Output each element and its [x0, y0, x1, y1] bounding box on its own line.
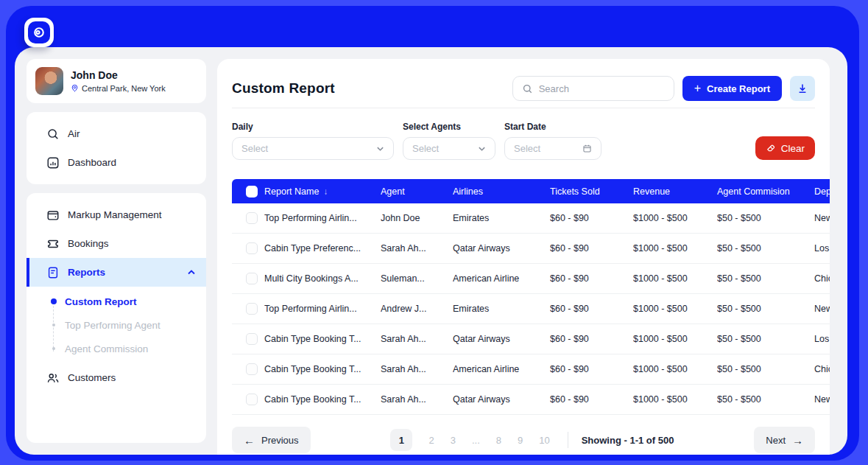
search-input[interactable] — [539, 83, 665, 94]
next-page-button[interactable]: Next → — [754, 427, 815, 453]
cell-revenue: $1000 - $500 — [633, 304, 717, 314]
cell-revenue: $1000 - $500 — [633, 334, 717, 344]
subitem-label: Custom Report — [65, 296, 137, 307]
row-checkbox[interactable] — [246, 242, 258, 254]
clear-filters-button[interactable]: Clear — [755, 136, 815, 160]
search-box[interactable] — [512, 76, 674, 101]
search-icon — [522, 83, 533, 94]
table-row[interactable]: Top Performing Airlin... John Doe Emirat… — [232, 203, 830, 234]
agents-select[interactable]: Select — [403, 137, 495, 160]
cell-commission: $50 - $500 — [717, 334, 814, 344]
sidebar-subitem-custom-report[interactable]: Custom Report — [27, 290, 206, 313]
table-row[interactable]: Cabin Type Preferenc... Sarah Ah... Qata… — [232, 234, 830, 264]
nav-card-primary: Air Dashboard — [27, 112, 206, 184]
sidebar-item-label: Reports — [68, 267, 105, 278]
cell-agent: Sarah Ah... — [381, 334, 453, 344]
app-logo[interactable] — [24, 18, 54, 47]
chevron-up-icon[interactable] — [187, 268, 196, 277]
sidebar-subitem-agent-commission[interactable]: Agent Commission — [27, 337, 206, 360]
showing-count: Showing - 1-1 of 500 — [582, 435, 674, 446]
sidebar-item-reports[interactable]: Reports — [27, 258, 206, 287]
table-row[interactable]: Cabin Type Booking T... Sarah Ah... Qata… — [232, 385, 830, 415]
cell-tickets: $60 - $90 — [550, 213, 633, 223]
chevron-down-icon — [376, 144, 384, 153]
page-number-8[interactable]: 8 — [496, 435, 501, 446]
row-checkbox[interactable] — [246, 273, 258, 284]
column-header-report-name: Report Name↓ — [264, 186, 381, 197]
cell-departure: New — [814, 394, 830, 405]
row-checkbox[interactable] — [246, 212, 258, 224]
table-row[interactable]: Top Performing Airlin... Andrew J... Emi… — [232, 294, 830, 324]
sidebar-item-dashboard[interactable]: Dashboard — [27, 148, 206, 177]
row-checkbox[interactable] — [246, 363, 258, 375]
header-divider — [232, 108, 815, 108]
sidebar-item-label: Bookings — [68, 238, 109, 249]
ticket-icon — [46, 237, 60, 251]
sidebar-subitem-top-performing-agent[interactable]: Top Performing Agent — [27, 313, 206, 337]
filter-label-daily: Daily — [232, 122, 394, 132]
select-all-checkbox[interactable] — [246, 186, 258, 197]
pagination: ← Previous 1 2 3 ... 8 9 10 Showing - 1-… — [232, 427, 815, 453]
user-location: Central Park, New York — [82, 84, 166, 93]
previous-page-button[interactable]: ← Previous — [232, 427, 311, 453]
cell-tickets: $60 - $90 — [550, 243, 633, 254]
filter-label-agents: Select Agents — [403, 122, 495, 132]
cell-report-name: Cabin Type Booking T... — [264, 364, 381, 374]
row-checkbox[interactable] — [246, 303, 258, 315]
calendar-icon — [582, 144, 592, 153]
page-number-10[interactable]: 10 — [539, 435, 549, 446]
report-table: Report Name↓ Agent Airlines Tickets Sold… — [232, 179, 830, 415]
column-header-revenue: Revenue — [633, 186, 717, 197]
sidebar-item-air[interactable]: Air — [27, 119, 206, 148]
sort-desc-icon[interactable]: ↓ — [323, 186, 328, 197]
create-report-label: Create Report — [707, 83, 770, 94]
sidebar-item-label: Customers — [68, 372, 116, 383]
column-header-airlines: Airlines — [453, 186, 550, 197]
row-checkbox[interactable] — [246, 333, 258, 345]
reports-subnav: Custom Report Top Performing Agent Agent… — [27, 287, 206, 363]
download-button[interactable] — [790, 76, 815, 101]
page-ellipsis: ... — [472, 435, 480, 446]
sidebar-item-bookings[interactable]: Bookings — [27, 229, 206, 258]
user-profile-card[interactable]: John Doe Central Park, New York — [27, 59, 206, 103]
page-number-2[interactable]: 2 — [428, 435, 434, 446]
cell-airlines: Emirates — [453, 304, 550, 314]
cell-tickets: $60 - $90 — [550, 394, 633, 405]
clear-label: Clear — [781, 143, 805, 154]
page-number-3[interactable]: 3 — [451, 435, 456, 446]
cell-revenue: $1000 - $500 — [633, 364, 717, 374]
page-number-1[interactable]: 1 — [390, 429, 412, 451]
search-icon — [46, 127, 60, 141]
report-document-icon — [46, 266, 60, 279]
brand-icon — [28, 21, 50, 43]
select-value: Select — [241, 143, 268, 154]
table-row[interactable]: Cabin Type Booking T... Sarah Ah... Amer… — [232, 354, 830, 385]
start-date-picker[interactable]: Select — [504, 137, 601, 160]
cell-agent: John Doe — [381, 213, 453, 223]
page-number-9[interactable]: 9 — [518, 435, 523, 446]
table-row[interactable]: Multi City Bookings A... Suleman... Amer… — [232, 264, 830, 294]
table-row[interactable]: Cabin Type Booking T... Sarah Ah... Qata… — [232, 324, 830, 354]
column-header-tickets-sold: Tickets Sold — [550, 186, 633, 197]
cell-tickets: $60 - $90 — [550, 304, 633, 314]
cell-agent: Sarah Ah... — [381, 364, 453, 374]
cell-departure: Chic — [814, 273, 830, 284]
users-icon — [46, 371, 60, 385]
avatar — [35, 67, 63, 95]
create-report-button[interactable]: + Create Report — [682, 76, 782, 101]
sidebar-item-markup-management[interactable]: Markup Management — [27, 200, 206, 229]
eraser-icon — [766, 143, 776, 153]
column-header-departure: Dep — [814, 186, 830, 197]
daily-select[interactable]: Select — [232, 137, 394, 160]
pagination-divider — [568, 432, 568, 448]
cell-tickets: $60 - $90 — [550, 364, 633, 374]
row-checkbox[interactable] — [246, 394, 258, 405]
sidebar-item-customers[interactable]: Customers — [27, 363, 206, 392]
cell-revenue: $1000 - $500 — [633, 273, 717, 284]
arrow-right-icon: → — [792, 435, 803, 446]
cell-airlines: American Airline — [453, 273, 550, 284]
column-header-agent-commission: Agent Commision — [717, 186, 814, 197]
location-pin-icon — [71, 84, 79, 92]
cell-airlines: American Airline — [453, 364, 550, 374]
cell-departure: New — [814, 304, 830, 314]
